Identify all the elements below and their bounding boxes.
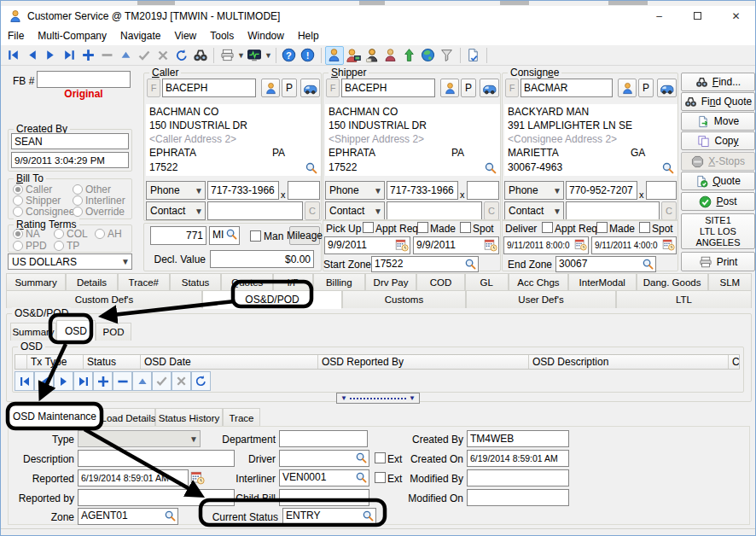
caller-phone-ext-input[interactable]: [288, 181, 320, 200]
up-icon[interactable]: [132, 371, 152, 391]
consignee-contact-type-select[interactable]: Contact▼: [504, 201, 564, 220]
fb-input[interactable]: [37, 71, 131, 88]
tab-osd-maintenance[interactable]: OSD Maintenance: [8, 405, 102, 427]
consignee-phone-ext-input[interactable]: [646, 181, 677, 200]
tab-load-details[interactable]: Load Details: [102, 408, 155, 427]
bill-to-caller-radio[interactable]: [13, 184, 23, 195]
rating-na-radio[interactable]: [13, 229, 23, 239]
row-selector-column[interactable]: [15, 355, 27, 369]
customer-service-icon[interactable]: [325, 46, 344, 65]
shipper-p-button[interactable]: P: [461, 79, 476, 97]
monitor-icon[interactable]: [245, 46, 264, 65]
consignee-f-button[interactable]: F: [505, 79, 519, 97]
next-record-icon[interactable]: [41, 46, 60, 65]
print-icon[interactable]: [218, 46, 236, 65]
accept-icon[interactable]: [135, 46, 154, 65]
rating-ah-radio[interactable]: [95, 229, 105, 239]
consignee-code-input[interactable]: [520, 79, 613, 97]
reported-input[interactable]: [78, 469, 189, 486]
tab-custom-defs[interactable]: Custom Def's: [6, 290, 202, 308]
shipper-phone-input[interactable]: [387, 181, 458, 200]
caller-address2-placeholder[interactable]: <Caller Address 2>: [149, 133, 236, 145]
tab-ip[interactable]: I/P: [273, 273, 313, 290]
tab-osd[interactable]: OSD: [56, 320, 96, 341]
start-zone-field[interactable]: 17522: [371, 256, 479, 272]
rating-col-radio[interactable]: [54, 229, 64, 239]
created-on-input[interactable]: [467, 450, 569, 467]
tab-dang-goods[interactable]: Dang. Goods: [637, 273, 708, 290]
deliver-date-from-field[interactable]: 9/11/2011 8:00:0: [503, 236, 589, 254]
col-osd-date[interactable]: OSD Date: [141, 355, 318, 369]
calendar-icon[interactable]: [574, 238, 587, 251]
previous-record-icon[interactable]: [34, 371, 54, 391]
deliver-date-to-field[interactable]: 9/11/2011 4:00:0: [591, 236, 677, 254]
quote-button[interactable]: Quote: [681, 172, 755, 190]
created-by-user-field[interactable]: [11, 133, 129, 149]
mileage-button[interactable]: Mileage: [289, 226, 320, 245]
tab-quotes[interactable]: Quotes: [221, 273, 273, 290]
caller-f-button[interactable]: F: [147, 79, 160, 97]
cancel-icon[interactable]: [172, 371, 191, 391]
pickup-made-checkbox[interactable]: [417, 222, 428, 233]
driver-person-icon[interactable]: [381, 46, 400, 65]
bill-to-consignee-radio[interactable]: [13, 207, 23, 217]
created-by-input[interactable]: [467, 430, 569, 447]
interliner-ext-checkbox[interactable]: [375, 472, 386, 483]
col-tx-type[interactable]: Tx Type: [27, 355, 84, 369]
close-button[interactable]: ✕: [717, 10, 755, 22]
caller-contact-input[interactable]: [207, 201, 303, 220]
move-button[interactable]: Move: [681, 112, 755, 131]
copy-button[interactable]: Copy: [681, 131, 755, 150]
next-record-icon[interactable]: [54, 371, 73, 391]
route-up-icon[interactable]: [400, 46, 419, 65]
tab-summary[interactable]: Summary: [6, 273, 66, 290]
consignee-phone-type-select[interactable]: Phone▼: [504, 181, 564, 200]
department-input[interactable]: [279, 430, 368, 447]
menu-tools[interactable]: Tools: [203, 27, 241, 44]
tab-billing[interactable]: Billing: [313, 273, 365, 290]
document-check-icon[interactable]: [464, 46, 483, 65]
col-status[interactable]: Status: [84, 355, 141, 369]
shipper-truck-button[interactable]: [480, 79, 499, 97]
interliner-lookup-icon[interactable]: [355, 471, 368, 484]
globe-icon[interactable]: [419, 46, 438, 65]
calendar-icon[interactable]: [484, 238, 497, 252]
col-osd-description[interactable]: OSD Description: [529, 355, 729, 369]
zone-field[interactable]: AGENT01: [78, 508, 178, 525]
refresh-icon[interactable]: [191, 371, 211, 391]
menu-window[interactable]: Window: [241, 27, 291, 44]
shipper-person-button[interactable]: [440, 79, 459, 97]
bill-to-shipper-radio[interactable]: [13, 195, 23, 206]
tab-cod[interactable]: COD: [416, 273, 464, 290]
pickup-date-from-field[interactable]: 9/9/2011: [324, 236, 410, 254]
tab-intermodal[interactable]: InterModal: [568, 273, 636, 290]
col-osd-reported-by[interactable]: OSD Reported By: [318, 355, 529, 369]
shipper-contact-input[interactable]: [387, 201, 482, 220]
type-select[interactable]: ▼: [78, 430, 201, 447]
tab-status[interactable]: Status: [170, 273, 222, 290]
consignee-p-button[interactable]: P: [638, 79, 654, 97]
previous-record-icon[interactable]: [22, 46, 41, 65]
menu-view[interactable]: View: [167, 27, 203, 44]
shipper-c-button[interactable]: C: [484, 201, 499, 220]
menu-help[interactable]: Help: [291, 27, 326, 44]
distance-unit-field[interactable]: MI: [209, 226, 240, 245]
deliver-appt-req-checkbox[interactable]: [542, 222, 553, 233]
shipper-f-button[interactable]: F: [326, 79, 340, 97]
caller-c-button[interactable]: C: [305, 201, 320, 220]
zone-lookup-icon[interactable]: [164, 510, 177, 522]
delete-record-icon[interactable]: [113, 371, 132, 391]
up-icon[interactable]: [116, 46, 135, 65]
col-c[interactable]: C: [729, 355, 739, 369]
tab-osd-summary[interactable]: Summary: [10, 323, 56, 341]
created-on-field[interactable]: [11, 152, 129, 168]
tab-trace[interactable]: Trace#: [118, 273, 170, 290]
caller-person-button[interactable]: [261, 79, 280, 97]
menu-file[interactable]: File: [1, 27, 31, 44]
consignee-truck-button[interactable]: [657, 79, 677, 97]
help-icon[interactable]: [280, 46, 299, 65]
add-record-icon[interactable]: [93, 371, 113, 391]
caller-contact-type-select[interactable]: Contact▼: [146, 201, 206, 220]
bill-to-override-radio[interactable]: [73, 207, 83, 217]
last-record-icon[interactable]: [73, 371, 93, 391]
